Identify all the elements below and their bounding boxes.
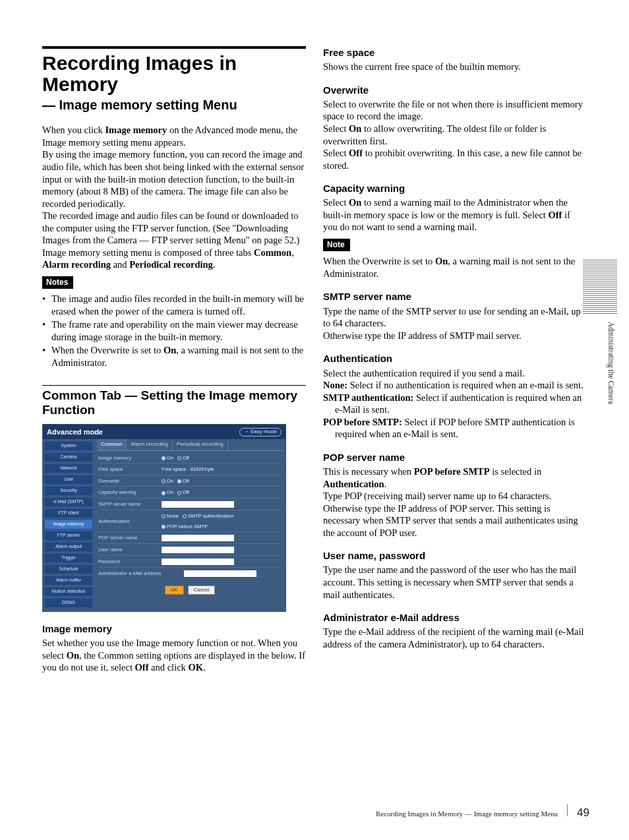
sidebar-item-schedule[interactable]: Schedule xyxy=(44,564,93,574)
intro-p3: The recorded image and audio files can b… xyxy=(42,210,306,247)
easy-mode-button[interactable]: → Easy mode xyxy=(239,428,282,436)
heading-smtp-server: SMTP server name xyxy=(323,290,587,303)
text: . xyxy=(203,662,206,673)
para-smtp-1: Type the name of the SMTP server to use … xyxy=(323,305,587,330)
row-overwrite: Overwrite On Off xyxy=(98,478,282,487)
note-label: Note xyxy=(323,239,350,251)
radio-off[interactable]: Off xyxy=(177,478,189,485)
sidebar-item-email-smtp[interactable]: e-Mail (SMTP) xyxy=(44,497,93,507)
radio-on-label: On xyxy=(167,455,173,461)
text-bold: On xyxy=(435,256,448,266)
radio-on[interactable]: On xyxy=(162,455,173,462)
sidebar-item-ftp-client[interactable]: FTP client xyxy=(44,508,93,518)
heading-pop-server: POP server name xyxy=(323,451,587,464)
pop-server-input[interactable] xyxy=(162,535,234,541)
footer-separator xyxy=(567,804,568,816)
text-bold: SMTP authentication: xyxy=(323,392,413,403)
text: When the Overwrite is set to xyxy=(51,345,164,355)
para-pop-2: Type POP (receiving mail) server name up… xyxy=(323,490,587,539)
label-free-space: Free space xyxy=(98,466,162,473)
sidebar-item-image-memory[interactable]: Image memory xyxy=(44,520,93,529)
sidebar-item-ddns[interactable]: DDNS xyxy=(44,598,93,608)
para-overwrite-3: Select Off to prohibit overwriting. In t… xyxy=(323,147,587,171)
page-title: Recording Images in Memory xyxy=(42,53,306,96)
note-text: When the Overwrite is set to On, a warni… xyxy=(323,255,587,280)
page-subtitle: — Image memory setting Menu xyxy=(42,97,306,114)
smtp-server-input[interactable] xyxy=(162,501,234,508)
text-bold: Alarm recording xyxy=(42,259,111,270)
auth-item-pop: POP before SMTP: Select if POP before SM… xyxy=(323,416,587,440)
admin-email-input[interactable] xyxy=(184,570,256,577)
note-item: When the Overwrite is set to On, a warni… xyxy=(42,344,306,369)
ui-titlebar: Advanced mode → Easy mode xyxy=(43,425,285,439)
text: and xyxy=(111,259,129,270)
tab-alarm-recording[interactable]: Alarm recording xyxy=(127,439,172,450)
intro-p2: By using the image memory function, you … xyxy=(42,148,306,210)
tab-common[interactable]: Common xyxy=(97,439,127,450)
password-input[interactable] xyxy=(162,558,234,565)
tab-periodical-recording[interactable]: Periodical recording xyxy=(173,439,228,450)
heading-overwrite: Overwrite xyxy=(323,84,587,96)
heading-admin-email: Administrator e-Mail address xyxy=(323,611,587,624)
sidebar-item-motion-detection[interactable]: Motion detection xyxy=(44,587,93,597)
radio-on[interactable]: On xyxy=(162,478,173,485)
text: When you click xyxy=(42,125,105,135)
sidebar-item-trigger[interactable]: Trigger xyxy=(44,553,93,563)
radio-off[interactable]: Off xyxy=(177,489,189,496)
radio-on-label: On xyxy=(167,489,173,495)
auth-item-smtp: SMTP authentication: Select if authentic… xyxy=(323,392,587,416)
label-capacity-warning: Capacity warning xyxy=(98,489,162,496)
row-capacity-warning: Capacity warning On Off xyxy=(98,489,282,498)
sidebar-item-ftp-server[interactable]: FTP server xyxy=(44,531,93,541)
para-overwrite-1: Select to overwrite the file or not when… xyxy=(323,98,587,123)
para-user-password: Type the user name and the password of t… xyxy=(323,564,587,601)
radio-on[interactable]: On xyxy=(162,489,173,496)
page-number: 49 xyxy=(577,806,589,820)
para-auth-intro: Select the authentication required if yo… xyxy=(323,367,587,380)
label-password: Password xyxy=(98,558,162,565)
label-overwrite: Overwrite xyxy=(98,478,162,485)
label-pop-server: POP server name xyxy=(98,535,162,541)
cancel-button[interactable]: Cancel xyxy=(188,585,215,595)
text-bold: Off xyxy=(349,148,363,158)
label-image-memory: Image memory xyxy=(98,455,162,462)
title-rule xyxy=(42,46,306,49)
text: This is necessary when xyxy=(323,466,414,477)
footer-text: Recording Images in Memory — Image memor… xyxy=(376,809,558,818)
sidebar-item-alarm-output[interactable]: Alarm output xyxy=(44,542,93,552)
row-image-memory: Image memory On Off xyxy=(98,455,282,464)
radio-off-label: Off xyxy=(183,455,189,461)
ui-tabs: Common Alarm recording Periodical record… xyxy=(97,439,283,450)
radio-off[interactable]: Off xyxy=(177,455,189,462)
heading-user-password: User name, password xyxy=(323,549,587,562)
side-tab-text: Administrating the Camera xyxy=(606,322,616,404)
radio-none[interactable]: None xyxy=(162,513,179,520)
text: and click xyxy=(148,662,188,673)
text-bold: None: xyxy=(323,380,347,390)
text-bold: Common xyxy=(254,247,291,258)
sidebar-item-camera[interactable]: Camera xyxy=(44,452,93,462)
sidebar-item-alarm-buffer[interactable]: Alarm buffer xyxy=(44,576,93,585)
ok-button[interactable]: OK xyxy=(165,585,184,595)
sidebar-item-network[interactable]: Network xyxy=(44,464,93,473)
row-pop-server: POP server name xyxy=(98,535,282,544)
radio-none-label: None xyxy=(167,513,179,519)
para-pop-1: This is necessary when POP before SMTP i… xyxy=(323,465,587,490)
user-name-input[interactable] xyxy=(162,547,234,553)
advanced-mode-screenshot: Advanced mode → Easy mode System Camera … xyxy=(42,424,286,611)
text-bold: Off xyxy=(549,210,562,220)
notes-label: Notes xyxy=(42,276,73,289)
para-admin-email: Type the e-Mail address of the recipient… xyxy=(323,626,587,650)
sidebar-item-system[interactable]: System xyxy=(44,441,93,451)
sidebar-item-security[interactable]: Security xyxy=(44,486,93,496)
thumb-index-lines xyxy=(583,260,617,315)
text: Select xyxy=(323,148,349,158)
text: Select if no authentication is required … xyxy=(347,380,584,390)
text-bold: On xyxy=(349,197,361,208)
row-admin-email: Administrator e-Mail address xyxy=(98,570,282,579)
text: When the Overwrite is set to xyxy=(323,256,435,266)
radio-pop-before-smtp[interactable]: POP before SMTP xyxy=(162,524,208,530)
radio-smtp-auth[interactable]: SMTP authentication xyxy=(183,513,234,520)
sidebar-item-user[interactable]: User xyxy=(44,475,93,485)
row-password: Password xyxy=(98,558,282,568)
